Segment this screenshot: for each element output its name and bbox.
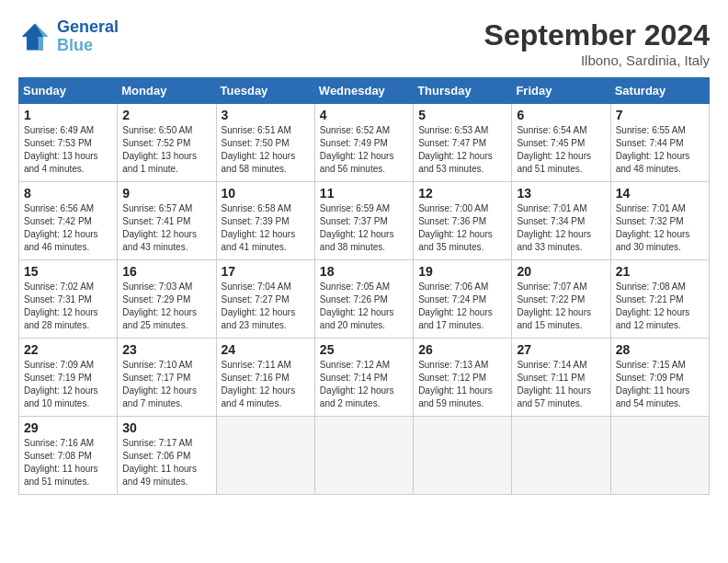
calendar-header-row: Sunday Monday Tuesday Wednesday Thursday…	[19, 78, 710, 104]
day-info: Sunrise: 7:12 AMSunset: 7:14 PMDaylight:…	[320, 359, 408, 410]
day-info: Sunrise: 7:01 AMSunset: 7:32 PMDaylight:…	[616, 202, 704, 254]
day-info: Sunrise: 6:57 AMSunset: 7:41 PMDaylight:…	[122, 202, 210, 254]
calendar-cell: 13Sunrise: 7:01 AMSunset: 7:34 PMDayligh…	[512, 182, 610, 260]
day-number: 10	[222, 186, 310, 201]
calendar-week-row: 29Sunrise: 7:16 AMSunset: 7:08 PMDayligh…	[19, 417, 710, 495]
day-info: Sunrise: 7:00 AMSunset: 7:36 PMDaylight:…	[418, 202, 506, 254]
day-info: Sunrise: 7:04 AMSunset: 7:27 PMDaylight:…	[222, 281, 310, 332]
calendar-cell: 18Sunrise: 7:05 AMSunset: 7:26 PMDayligh…	[314, 260, 413, 339]
day-info: Sunrise: 7:10 AMSunset: 7:17 PMDaylight:…	[122, 359, 210, 410]
day-info: Sunrise: 7:17 AMSunset: 7:06 PMDaylight:…	[122, 437, 210, 488]
calendar-cell: 14Sunrise: 7:01 AMSunset: 7:32 PMDayligh…	[610, 182, 709, 260]
calendar-cell	[610, 417, 709, 495]
day-info: Sunrise: 7:14 AMSunset: 7:11 PMDaylight:…	[517, 359, 605, 410]
day-info: Sunrise: 6:49 AMSunset: 7:53 PMDaylight:…	[24, 124, 112, 176]
col-tuesday: Tuesday	[216, 78, 314, 104]
day-number: 12	[418, 186, 506, 201]
col-wednesday: Wednesday	[314, 78, 413, 104]
day-number: 19	[418, 264, 506, 279]
calendar-cell: 21Sunrise: 7:08 AMSunset: 7:21 PMDayligh…	[610, 260, 709, 339]
calendar-week-row: 15Sunrise: 7:02 AMSunset: 7:31 PMDayligh…	[19, 260, 710, 339]
calendar-cell: 8Sunrise: 6:56 AMSunset: 7:42 PMDaylight…	[19, 182, 118, 260]
col-thursday: Thursday	[414, 78, 512, 104]
page-header: GeneralBlue September 2024 Ilbono, Sardi…	[18, 18, 710, 68]
col-monday: Monday	[118, 78, 216, 104]
day-info: Sunrise: 7:13 AMSunset: 7:12 PMDaylight:…	[418, 359, 506, 410]
month-title: September 2024	[484, 18, 710, 52]
day-number: 9	[122, 186, 210, 201]
day-number: 6	[517, 108, 605, 122]
day-number: 5	[418, 108, 506, 122]
day-number: 16	[122, 264, 210, 279]
day-number: 30	[122, 420, 210, 435]
calendar-cell	[314, 417, 413, 495]
logo-icon	[18, 20, 51, 53]
day-info: Sunrise: 7:09 AMSunset: 7:19 PMDaylight:…	[24, 359, 112, 410]
logo-text: GeneralBlue	[57, 18, 119, 55]
calendar-cell: 25Sunrise: 7:12 AMSunset: 7:14 PMDayligh…	[314, 339, 413, 417]
day-info: Sunrise: 6:56 AMSunset: 7:42 PMDaylight:…	[24, 202, 112, 254]
day-info: Sunrise: 7:16 AMSunset: 7:08 PMDaylight:…	[24, 437, 112, 488]
day-number: 18	[320, 264, 408, 279]
day-info: Sunrise: 6:54 AMSunset: 7:45 PMDaylight:…	[517, 124, 605, 176]
day-number: 15	[24, 264, 112, 279]
day-number: 14	[616, 186, 704, 201]
calendar-cell: 11Sunrise: 6:59 AMSunset: 7:37 PMDayligh…	[314, 182, 413, 260]
day-info: Sunrise: 7:02 AMSunset: 7:31 PMDaylight:…	[24, 281, 112, 332]
day-info: Sunrise: 7:07 AMSunset: 7:22 PMDaylight:…	[517, 281, 605, 332]
calendar-cell: 3Sunrise: 6:51 AMSunset: 7:50 PMDaylight…	[216, 104, 314, 182]
day-number: 27	[517, 342, 605, 357]
day-number: 13	[517, 186, 605, 201]
calendar-cell: 23Sunrise: 7:10 AMSunset: 7:17 PMDayligh…	[118, 339, 216, 417]
calendar-week-row: 8Sunrise: 6:56 AMSunset: 7:42 PMDaylight…	[19, 182, 710, 260]
day-info: Sunrise: 6:59 AMSunset: 7:37 PMDaylight:…	[320, 202, 408, 254]
calendar-cell: 26Sunrise: 7:13 AMSunset: 7:12 PMDayligh…	[414, 339, 512, 417]
title-block: September 2024 Ilbono, Sardinia, Italy	[484, 18, 710, 68]
calendar-cell: 16Sunrise: 7:03 AMSunset: 7:29 PMDayligh…	[118, 260, 216, 339]
logo: GeneralBlue	[18, 18, 119, 55]
day-number: 8	[24, 186, 112, 201]
day-number: 28	[616, 342, 704, 357]
calendar-cell: 4Sunrise: 6:52 AMSunset: 7:49 PMDaylight…	[314, 104, 413, 182]
day-number: 29	[24, 420, 112, 435]
day-info: Sunrise: 6:51 AMSunset: 7:50 PMDaylight:…	[222, 124, 310, 176]
day-info: Sunrise: 6:52 AMSunset: 7:49 PMDaylight:…	[320, 124, 408, 176]
day-number: 1	[24, 108, 112, 122]
day-info: Sunrise: 7:08 AMSunset: 7:21 PMDaylight:…	[616, 281, 704, 332]
day-number: 3	[222, 108, 310, 122]
calendar-cell	[216, 417, 314, 495]
calendar-week-row: 1Sunrise: 6:49 AMSunset: 7:53 PMDaylight…	[19, 104, 710, 182]
calendar-cell: 19Sunrise: 7:06 AMSunset: 7:24 PMDayligh…	[414, 260, 512, 339]
calendar-cell: 5Sunrise: 6:53 AMSunset: 7:47 PMDaylight…	[414, 104, 512, 182]
calendar-cell: 9Sunrise: 6:57 AMSunset: 7:41 PMDaylight…	[118, 182, 216, 260]
day-number: 26	[418, 342, 506, 357]
day-info: Sunrise: 7:15 AMSunset: 7:09 PMDaylight:…	[616, 359, 704, 410]
day-info: Sunrise: 7:03 AMSunset: 7:29 PMDaylight:…	[122, 281, 210, 332]
col-friday: Friday	[512, 78, 610, 104]
calendar-cell: 10Sunrise: 6:58 AMSunset: 7:39 PMDayligh…	[216, 182, 314, 260]
day-number: 20	[517, 264, 605, 279]
day-number: 17	[222, 264, 310, 279]
col-sunday: Sunday	[19, 78, 118, 104]
day-info: Sunrise: 6:53 AMSunset: 7:47 PMDaylight:…	[418, 124, 506, 176]
calendar-cell: 1Sunrise: 6:49 AMSunset: 7:53 PMDaylight…	[19, 104, 118, 182]
calendar-cell: 27Sunrise: 7:14 AMSunset: 7:11 PMDayligh…	[512, 339, 610, 417]
day-number: 23	[122, 342, 210, 357]
day-number: 4	[320, 108, 408, 122]
calendar-cell: 12Sunrise: 7:00 AMSunset: 7:36 PMDayligh…	[414, 182, 512, 260]
calendar-cell: 20Sunrise: 7:07 AMSunset: 7:22 PMDayligh…	[512, 260, 610, 339]
calendar-table: Sunday Monday Tuesday Wednesday Thursday…	[18, 77, 710, 495]
day-info: Sunrise: 7:06 AMSunset: 7:24 PMDaylight:…	[418, 281, 506, 332]
calendar-cell: 30Sunrise: 7:17 AMSunset: 7:06 PMDayligh…	[118, 417, 216, 495]
day-number: 11	[320, 186, 408, 201]
day-info: Sunrise: 6:55 AMSunset: 7:44 PMDaylight:…	[616, 124, 704, 176]
day-number: 2	[122, 108, 210, 122]
calendar-cell: 17Sunrise: 7:04 AMSunset: 7:27 PMDayligh…	[216, 260, 314, 339]
day-info: Sunrise: 7:05 AMSunset: 7:26 PMDaylight:…	[320, 281, 408, 332]
calendar-cell: 6Sunrise: 6:54 AMSunset: 7:45 PMDaylight…	[512, 104, 610, 182]
calendar-cell: 2Sunrise: 6:50 AMSunset: 7:52 PMDaylight…	[118, 104, 216, 182]
day-number: 7	[616, 108, 704, 122]
location-subtitle: Ilbono, Sardinia, Italy	[484, 52, 710, 68]
day-info: Sunrise: 7:01 AMSunset: 7:34 PMDaylight:…	[517, 202, 605, 254]
day-info: Sunrise: 6:50 AMSunset: 7:52 PMDaylight:…	[122, 124, 210, 176]
